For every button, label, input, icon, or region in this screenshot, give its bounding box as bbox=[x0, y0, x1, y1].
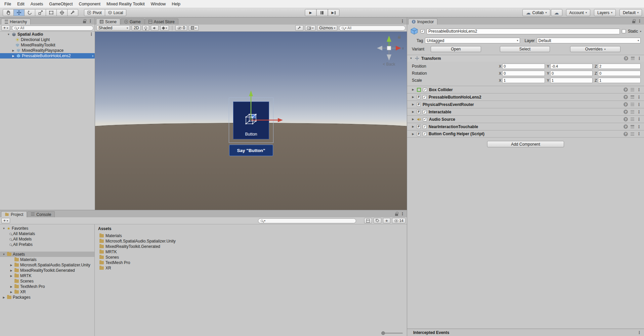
help-icon[interactable]: ? bbox=[624, 117, 628, 121]
local-toggle-button[interactable]: Local bbox=[105, 9, 127, 16]
scene-search[interactable]: ▾ bbox=[339, 26, 405, 31]
tab-scene[interactable]: Scene bbox=[96, 18, 120, 25]
foldout-closed-icon[interactable]: ▶ bbox=[411, 125, 415, 128]
asset-folder-xr[interactable]: XR bbox=[95, 265, 407, 271]
asset-folder-mixedrealitytoolkit-generated[interactable]: MixedRealityToolkit.Generated bbox=[95, 244, 407, 249]
hierarchy-item-mixedrealityplayspace[interactable]: ▶ MixedRealityPlayspace bbox=[0, 48, 95, 53]
help-icon[interactable]: ? bbox=[624, 110, 628, 114]
2d-toggle-button[interactable]: 2D bbox=[132, 25, 141, 31]
audio-toggle-button[interactable] bbox=[151, 25, 159, 31]
menu-help[interactable]: Help bbox=[169, 1, 183, 7]
component-audio-source[interactable]: ▶ ✓ Audio Source ? ⋮ bbox=[407, 115, 644, 123]
scene-visibility-button[interactable]: 0 bbox=[175, 25, 187, 31]
shading-mode-dropdown[interactable]: Shaded ▾ bbox=[96, 25, 130, 31]
component-enabled-checkbox[interactable]: ✓ bbox=[423, 132, 427, 136]
preset-icon[interactable] bbox=[631, 103, 634, 106]
foldout-closed-icon[interactable]: ▶ bbox=[411, 88, 415, 91]
collab-button[interactable]: ☁ Collab ▾ bbox=[522, 9, 550, 16]
transform-tool-button[interactable] bbox=[56, 9, 68, 16]
tree-folder-microsoft-spatialaudio[interactable]: ▶ Microsoft.SpatialAudio.Spatializer.Uni… bbox=[0, 262, 94, 268]
gizmos-dropdown[interactable]: Gizmos ▾ bbox=[317, 25, 337, 31]
tab-project[interactable]: Project bbox=[1, 211, 27, 217]
foldout-closed-icon[interactable]: ▶ bbox=[11, 54, 15, 58]
effects-dropdown-button[interactable]: ▾ bbox=[160, 25, 169, 31]
rotation-y-field[interactable] bbox=[550, 71, 593, 76]
tree-folder-scenes[interactable]: Scenes bbox=[0, 278, 94, 284]
tree-folder-xr[interactable]: ▶ XR bbox=[0, 289, 94, 295]
custom-tool-button[interactable] bbox=[67, 9, 78, 16]
foldout-open-icon[interactable]: ▼ bbox=[409, 57, 413, 60]
foldout-closed-icon[interactable]: ▶ bbox=[9, 285, 13, 288]
asset-folder-scenes[interactable]: Scenes bbox=[95, 255, 407, 260]
tree-folder-textmesh-pro[interactable]: ▶ TextMesh Pro bbox=[0, 284, 94, 289]
help-icon[interactable]: ? bbox=[624, 56, 628, 61]
preset-icon[interactable] bbox=[631, 110, 634, 113]
panel-menu-icon[interactable]: ⋮ bbox=[638, 19, 642, 24]
favorites-filter-button[interactable]: ★ bbox=[383, 218, 390, 223]
gizmo-center-cube[interactable] bbox=[387, 46, 391, 50]
scene-tools-button[interactable] bbox=[295, 25, 303, 31]
packages-root[interactable]: ▶ Packages bbox=[0, 295, 94, 300]
favorite-all-models[interactable]: All Models bbox=[0, 236, 94, 242]
static-dropdown-icon[interactable]: ▾ bbox=[640, 30, 641, 33]
foldout-closed-icon[interactable]: ▶ bbox=[11, 49, 15, 52]
prefab-open-button[interactable]: Open bbox=[431, 46, 481, 52]
tab-asset-store[interactable]: Asset Store bbox=[145, 18, 178, 25]
rotate-tool-button[interactable] bbox=[24, 9, 35, 16]
foldout-closed-icon[interactable]: ▶ bbox=[411, 110, 415, 113]
asset-folder-mrtk[interactable]: MRTK bbox=[95, 249, 407, 255]
position-y-field[interactable] bbox=[550, 64, 593, 69]
menu-edit[interactable]: Edit bbox=[14, 1, 28, 7]
lock-icon[interactable] bbox=[83, 21, 86, 23]
preset-icon[interactable] bbox=[631, 125, 634, 128]
foldout-closed-icon[interactable]: ▶ bbox=[9, 274, 13, 277]
rotation-x-field[interactable] bbox=[502, 71, 545, 76]
favorite-all-prefabs[interactable]: All Prefabs bbox=[0, 242, 94, 247]
preset-icon[interactable] bbox=[631, 133, 634, 136]
gizmo-left-cone[interactable] bbox=[377, 46, 382, 50]
scale-z-field[interactable] bbox=[598, 78, 641, 83]
grid-dropdown-button[interactable]: ▾ bbox=[189, 25, 199, 31]
slider-knob[interactable] bbox=[381, 331, 385, 335]
orientation-gizmo[interactable]: x bbox=[377, 36, 404, 61]
icon-size-slider[interactable] bbox=[382, 333, 403, 334]
scene-lock-icon[interactable] bbox=[398, 36, 400, 38]
foldout-closed-icon[interactable]: ▶ bbox=[9, 264, 13, 267]
intercepted-events-header[interactable]: Intercepted Events ⋮ bbox=[407, 329, 644, 336]
hierarchy-item-pressablebuttonhololens2[interactable]: ▶ PressableButtonHoloLens2 › bbox=[0, 53, 95, 59]
menu-mixed-reality-toolkit[interactable]: Mixed Reality Toolkit bbox=[103, 1, 148, 7]
pause-button[interactable] bbox=[316, 9, 328, 16]
scene-menu-icon[interactable]: ⋮ bbox=[89, 32, 93, 37]
object-name-input[interactable] bbox=[428, 29, 618, 34]
position-z-field[interactable] bbox=[598, 64, 641, 69]
search-by-type-button[interactable] bbox=[364, 218, 372, 223]
scene-canvas[interactable]: Button Say "Button" bbox=[95, 32, 407, 210]
preset-icon[interactable] bbox=[631, 118, 634, 121]
component-menu-icon[interactable]: ⋮ bbox=[637, 95, 641, 100]
play-button[interactable]: ▶ bbox=[305, 9, 316, 16]
component-menu-icon[interactable]: ⋮ bbox=[637, 117, 641, 122]
help-icon[interactable]: ? bbox=[624, 87, 628, 92]
gizmo-down-cone[interactable] bbox=[387, 54, 391, 61]
component-interactable[interactable]: ▶ ✓ Interactable ? ⋮ bbox=[407, 108, 644, 115]
component-pressablebuttonhololens2[interactable]: ▶ ✓ PressableButtonHoloLens2 ? ⋮ bbox=[407, 93, 644, 101]
prefab-overrides-button[interactable]: Overrides ▾ bbox=[570, 46, 620, 52]
component-enabled-checkbox[interactable]: ✓ bbox=[423, 117, 427, 121]
prefab-select-button[interactable]: Select bbox=[500, 46, 550, 52]
object-name-field[interactable] bbox=[427, 29, 620, 34]
tree-folder-materials[interactable]: Materials bbox=[0, 257, 94, 262]
component-menu-icon[interactable]: ⋮ bbox=[637, 87, 641, 92]
favorite-all-materials[interactable]: All Materials bbox=[0, 231, 94, 236]
favorites-root[interactable]: ▼ ★ Favorites bbox=[0, 226, 94, 231]
help-icon[interactable]: ? bbox=[624, 102, 628, 107]
search-by-label-button[interactable] bbox=[374, 218, 381, 223]
component-menu-icon[interactable]: ⋮ bbox=[637, 56, 641, 61]
account-dropdown[interactable]: Account ▾ bbox=[566, 9, 590, 16]
assets-root[interactable]: ▼ Assets bbox=[0, 252, 94, 257]
foldout-closed-icon[interactable]: ▶ bbox=[2, 296, 6, 299]
hierarchy-search[interactable]: ▾ bbox=[12, 26, 93, 31]
transform-component-header[interactable]: ▼ Transform ? ⋮ bbox=[407, 55, 644, 62]
scale-y-field[interactable] bbox=[550, 78, 593, 83]
foldout-open-icon[interactable]: ▼ bbox=[7, 33, 10, 36]
menu-window[interactable]: Window bbox=[148, 1, 169, 7]
